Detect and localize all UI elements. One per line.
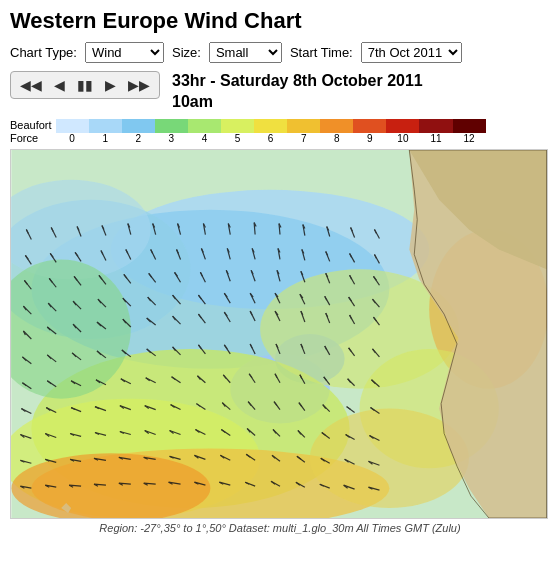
- beaufort-legend: Beaufort Force 0 1 2: [10, 119, 550, 145]
- step-back-button[interactable]: ◀: [49, 75, 70, 95]
- time-display: 33hr - Saturday 8th October 2011 10am: [172, 71, 423, 113]
- beaufort-label-row2: Force: [10, 132, 52, 145]
- chart-type-label: Chart Type:: [10, 45, 77, 60]
- beaufort-label-row1: Beaufort: [10, 119, 52, 132]
- page-title: Western Europe Wind Chart: [10, 8, 550, 34]
- playback-controls: ◀◀ ◀ ▮▮ ▶ ▶▶: [10, 71, 160, 99]
- time-line2: 10am: [172, 92, 423, 113]
- color-bar: [56, 119, 486, 133]
- color-bar-numbers: 0 1 2 3 4 5 6 7 8 9 10 11 12: [56, 133, 486, 144]
- size-select[interactable]: Small Medium Large: [209, 42, 282, 63]
- chart-type-select[interactable]: Wind Wave Pressure: [85, 42, 164, 63]
- start-time-label: Start Time:: [290, 45, 353, 60]
- map-footer: Region: -27°,35° to 1°,50° Dataset: mult…: [10, 522, 550, 534]
- wind-map: [10, 149, 548, 519]
- pause-button[interactable]: ▮▮: [72, 75, 98, 95]
- size-label: Size:: [172, 45, 201, 60]
- skip-back-button[interactable]: ◀◀: [15, 75, 47, 95]
- skip-forward-button[interactable]: ▶▶: [123, 75, 155, 95]
- play-button[interactable]: ▶: [100, 75, 121, 95]
- time-line1: 33hr - Saturday 8th October 2011: [172, 71, 423, 92]
- start-time-select[interactable]: 7th Oct 2011 8th Oct 2011 9th Oct 2011: [361, 42, 462, 63]
